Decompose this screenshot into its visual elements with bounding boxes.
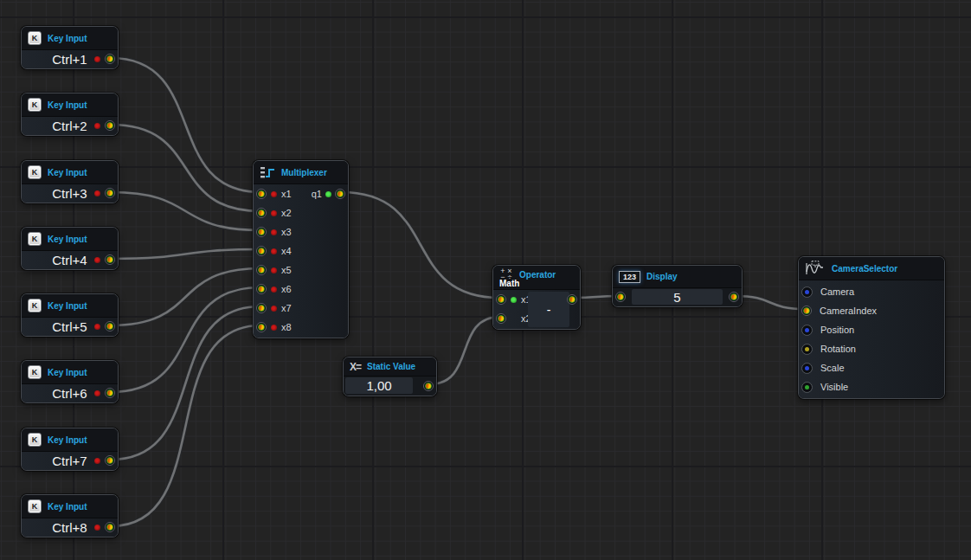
node-key4[interactable]: KKey InputCtrl+4 <box>21 227 119 270</box>
node-key2[interactable]: KKey InputCtrl+2 <box>21 93 119 136</box>
node-key3[interactable]: KKey InputCtrl+3 <box>21 160 119 203</box>
key6-output-port[interactable] <box>105 388 115 398</box>
multiplexer-icon <box>260 165 275 179</box>
camera_selector-Scale-input-port[interactable] <box>801 363 813 374</box>
camera_selector-CameraIndex-input-port[interactable] <box>801 306 812 316</box>
key8-output-port[interactable] <box>105 522 115 532</box>
port-pin <box>337 190 344 197</box>
node-key1[interactable]: KKey InputCtrl+1 <box>21 26 119 69</box>
keyboard-key-icon: K <box>28 433 42 447</box>
node-header[interactable]: KKey Input <box>22 428 118 451</box>
port-pin <box>106 524 113 531</box>
node-header[interactable]: KKey Input <box>22 361 118 383</box>
x1-red-indicator <box>271 191 277 197</box>
camera_selector-Position-input-port[interactable] <box>801 325 813 336</box>
x4-red-indicator <box>271 248 277 254</box>
port-pin <box>730 293 737 300</box>
value-field[interactable]: 1,00 <box>345 377 413 394</box>
node-graph-canvas[interactable]: KKey InputCtrl+1KKey InputCtrl+2KKey Inp… <box>0 0 971 560</box>
camera_selector-Camera-input-port[interactable] <box>801 286 813 298</box>
node-header[interactable]: KKey Input <box>22 27 118 49</box>
multiplexer-x1-input-port[interactable] <box>256 189 267 199</box>
key-shortcut-value[interactable]: Ctrl+5 <box>22 318 118 336</box>
node-header[interactable]: KKey Input <box>22 93 118 116</box>
key3-output-port[interactable] <box>105 188 115 198</box>
multiplexer-x7-input-port[interactable] <box>256 303 267 313</box>
node-title: Operator <box>519 270 556 280</box>
node-body: 5 <box>613 287 742 306</box>
static-value[interactable]: 1,00 <box>345 377 413 394</box>
node-header[interactable]: 123Display <box>613 266 742 287</box>
node-key6[interactable]: KKey InputCtrl+6 <box>21 360 119 403</box>
operation-value[interactable]: - <box>528 292 569 327</box>
key5-output-port[interactable] <box>105 321 115 331</box>
port-pin <box>805 366 809 370</box>
node-key7[interactable]: KKey InputCtrl+7 <box>21 428 119 471</box>
node-header[interactable]: +×−÷OperatorMath <box>493 266 580 289</box>
key-shortcut-value[interactable]: Ctrl+8 <box>22 518 118 537</box>
operator-x1-input-port[interactable] <box>496 294 506 305</box>
camera_selector-Rotation-input-port[interactable] <box>801 344 813 355</box>
node-title: Key Input <box>48 34 87 43</box>
operator-x2-input-port[interactable] <box>496 313 506 324</box>
node-title: Key Input <box>48 435 87 445</box>
wire-key5.output-to-multiplexer.x5 <box>111 268 260 325</box>
key-shortcut-value[interactable]: Ctrl+1 <box>22 50 118 68</box>
node-key8[interactable]: KKey InputCtrl+8 <box>21 494 119 537</box>
key-shortcut-value[interactable]: Ctrl+3 <box>22 184 118 203</box>
key-shortcut-value[interactable]: Ctrl+2 <box>22 117 118 135</box>
operator-output-port[interactable] <box>567 294 577 305</box>
key2-output-port[interactable] <box>105 120 115 131</box>
node-multiplexer[interactable]: Multiplexerx1x2x3x4x5x6x7x8q1 <box>253 160 349 338</box>
input-row-x5: x5 <box>254 261 348 280</box>
node-header[interactable]: KKey Input <box>22 228 118 250</box>
node-body: Ctrl+7 <box>22 451 118 470</box>
key3-red-indicator <box>94 190 100 196</box>
node-body: -x1x2 <box>493 289 580 329</box>
node-title: Key Input <box>48 502 87 512</box>
node-header[interactable]: X=Static Value <box>344 357 436 376</box>
node-header[interactable]: Multiplexer <box>254 161 348 183</box>
node-title: CameraSelector <box>832 264 897 274</box>
x1-green-indicator <box>511 297 517 303</box>
multiplexer-x4-input-port[interactable] <box>256 246 267 256</box>
node-header[interactable]: CameraSelector <box>799 257 944 280</box>
input-row-x4: x4 <box>254 241 348 261</box>
key-shortcut-value[interactable]: Ctrl+6 <box>22 384 118 402</box>
multiplexer-x8-input-port[interactable] <box>256 322 267 332</box>
node-header[interactable]: KKey Input <box>22 161 118 183</box>
node-title: Key Input <box>48 100 87 110</box>
multiplexer-x6-input-port[interactable] <box>256 284 267 294</box>
node-body: Ctrl+2 <box>22 116 118 135</box>
multiplexer-x5-input-port[interactable] <box>256 265 267 275</box>
node-key5[interactable]: KKey InputCtrl+5 <box>21 293 119 337</box>
value-field: 5 <box>632 289 723 305</box>
port-pin <box>258 248 265 254</box>
node-display[interactable]: 123Display5 <box>612 265 743 307</box>
node-body: 1,00 <box>344 376 436 396</box>
camera_selector-Visible-input-port[interactable] <box>801 382 813 393</box>
node-operator[interactable]: +×−÷OperatorMath-x1x2 <box>492 265 581 330</box>
q1-green-indicator <box>325 191 331 197</box>
key7-output-port[interactable] <box>105 455 115 466</box>
port-pin <box>106 389 113 396</box>
static_value-output-port[interactable] <box>423 381 434 391</box>
node-header[interactable]: KKey Input <box>22 495 118 518</box>
key1-output-port[interactable] <box>105 54 115 64</box>
multiplexer-x2-input-port[interactable] <box>256 208 267 218</box>
key-shortcut-value[interactable]: Ctrl+4 <box>22 251 118 269</box>
node-header[interactable]: KKey Input <box>22 294 118 317</box>
node-camera_selector[interactable]: CameraSelectorCameraCameraIndexPositionR… <box>798 256 945 399</box>
key1-red-indicator <box>94 56 100 62</box>
display-output-port[interactable] <box>729 292 739 302</box>
key4-output-port[interactable] <box>105 254 115 265</box>
display-input-port[interactable] <box>615 292 626 302</box>
multiplexer-q1-output-port[interactable] <box>335 189 345 199</box>
port-label: x3 <box>281 227 292 237</box>
keyboard-key-icon: K <box>28 98 42 112</box>
node-body: Ctrl+1 <box>22 49 118 68</box>
key-shortcut-value[interactable]: Ctrl+7 <box>22 452 118 470</box>
node-static_value[interactable]: X=Static Value1,00 <box>343 357 437 396</box>
multiplexer-x3-input-port[interactable] <box>256 227 267 237</box>
waveform-camera-icon <box>805 261 826 276</box>
